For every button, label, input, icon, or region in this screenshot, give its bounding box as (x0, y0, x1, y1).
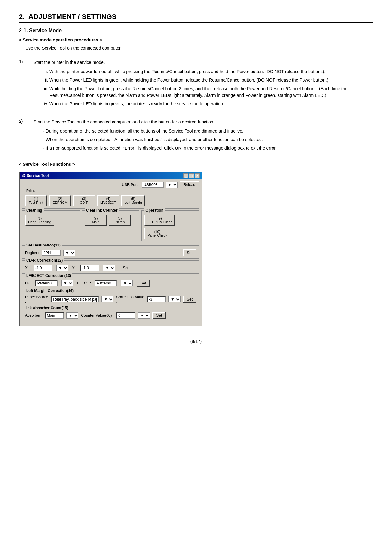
absorber-select[interactable]: ▼ (66, 312, 78, 319)
ink-absorber-group: Ink Absorber Count(15) Absorber : ▼ Coun… (22, 308, 199, 321)
x-input[interactable] (34, 265, 52, 271)
clear-ink-buttons: (7) Main (8) Platen (85, 215, 137, 226)
ink-absorber-row: Absorber : ▼ Counter Value(00) : ▼ Set (25, 312, 196, 319)
usb-port-select[interactable]: ▼ (166, 182, 178, 188)
lf-label: LF : (25, 281, 32, 285)
step-2-bullet-3: If a non-supported function is selected,… (40, 145, 277, 152)
cdr-correction-label: CD-R Correction(12) (25, 258, 64, 263)
set-destination-group: Set Destination(11) Region : ▼ Set (22, 245, 199, 259)
left-margin-print-number: (5) (131, 197, 135, 201)
panel-check-number: (10) (154, 230, 161, 234)
lfeject-correction-row: LF : ▼ EJECT : ▼ Set (25, 280, 196, 287)
cdr-correction-group: CD-R Correction(12) X : ▼ Y : ▼ Set (22, 260, 199, 274)
eeprom-print-button[interactable]: (2) EEPROM (49, 195, 71, 206)
lfeject-print-number: (4) (106, 197, 110, 201)
cleaning-buttons: (6) Deep Cleaning (25, 215, 77, 226)
left-margin-correction-label: Left Margin Correction(14) (25, 289, 75, 293)
step-2-bullet-1: During operation of the selected functio… (40, 128, 277, 134)
minimize-button[interactable]: _ (183, 173, 188, 178)
window-body: USB Port : ▼ Reload Print (1) Test Print… (20, 179, 202, 326)
left-margin-print-button[interactable]: (5) Left Margin (121, 195, 145, 206)
service-mode-procedures-header: < Service mode operation procedures > (19, 37, 373, 42)
panel-check-label: Panel Check (147, 234, 167, 237)
platen-ink-counter-button[interactable]: (8) Platen (109, 215, 131, 226)
test-print-label: Test Print (29, 201, 43, 204)
print-group-label: Print (25, 189, 36, 193)
window-controls[interactable]: _ □ × (183, 173, 200, 178)
main-ink-label: Main (92, 220, 100, 224)
counter-select[interactable]: ▼ (138, 312, 150, 319)
correction-value-select[interactable]: ▼ (168, 296, 181, 302)
eject-select[interactable]: ▼ (121, 280, 133, 286)
page-footer: (8/17) (19, 339, 373, 344)
panel-check-button[interactable]: (10) Panel Check (144, 228, 170, 239)
eeprom-clear-button[interactable]: (9) EEPROM Clear (144, 215, 175, 226)
reload-button[interactable]: Reload (180, 181, 199, 188)
y-input[interactable] (80, 265, 99, 271)
paper-source-label: Paper Source : (25, 295, 49, 304)
eject-input[interactable] (95, 280, 117, 286)
eeprom-print-number: (2) (58, 197, 62, 201)
counter-input[interactable] (116, 312, 135, 319)
operation-group: Operation (9) EEPROM Clear (10) Panel Ch… (141, 210, 199, 241)
window-titlebar: 🖨 Service Tool _ □ × (20, 172, 202, 179)
eject-label: EJECT : (77, 281, 91, 285)
operation-buttons: (9) EEPROM Clear (10) Panel Check (144, 215, 196, 239)
deep-cleaning-button[interactable]: (6) Deep Cleaning (25, 215, 54, 226)
window-title-left: 🖨 Service Tool (21, 173, 49, 178)
lfeject-print-button[interactable]: (4) LF/EJECT (97, 195, 119, 206)
lfeject-correction-group: LF/EJECT Correction(13) LF : ▼ EJECT : ▼… (22, 276, 199, 289)
absorber-input[interactable] (45, 312, 64, 319)
y-select[interactable]: ▼ (103, 265, 115, 271)
cdr-print-label: CD-R (80, 201, 89, 204)
ink-absorber-set-button[interactable]: Set (152, 312, 166, 319)
cdr-set-button[interactable]: Set (119, 265, 132, 271)
left-margin-print-label: Left Margin (125, 201, 142, 204)
clear-ink-counter-label: Clear Ink Counter (85, 208, 119, 213)
cdr-print-button[interactable]: (3) CD-R (73, 195, 95, 206)
set-destination-label: Set Destination(11) (25, 243, 62, 247)
platen-ink-label: Platen (115, 220, 125, 224)
counter-label: Counter Value(00) : (81, 313, 114, 318)
close-button[interactable]: × (195, 173, 200, 178)
test-print-button[interactable]: (1) Test Print (25, 195, 47, 206)
main-ink-counter-button[interactable]: (7) Main (85, 215, 107, 226)
usb-port-label: USB Port : (122, 183, 140, 187)
app-icon: 🖨 (21, 173, 25, 178)
page-number: (8/17) (190, 339, 202, 344)
step-1-sub-i: With the printer power turned off, while… (49, 68, 373, 75)
paper-source-select[interactable]: ▼ (101, 296, 113, 302)
maximize-button[interactable]: □ (189, 173, 194, 178)
lfeject-set-button[interactable]: Set (137, 280, 150, 287)
region-input[interactable] (42, 250, 61, 256)
region-label: Region : (25, 251, 39, 255)
usb-port-input[interactable] (142, 182, 164, 188)
step-2-bullets: During operation of the selected functio… (40, 128, 277, 152)
set-destination-button[interactable]: Set (183, 249, 196, 256)
step-1-substeps: With the printer power turned off, while… (49, 68, 373, 107)
service-mode-intro: Use the Service Tool on the connected co… (25, 45, 373, 52)
lfeject-print-label: LF/EJECT (100, 201, 116, 204)
lf-input[interactable] (35, 280, 58, 286)
eeprom-clear-label: EEPROM Clear (147, 220, 172, 224)
window-title: Service Tool (27, 173, 49, 178)
main-heading: 2. ADJUSTMENT / SETTINGS (19, 13, 373, 23)
region-select[interactable]: ▼ (63, 250, 75, 256)
print-buttons-container: (1) Test Print (2) EEPROM (3) CD-R (4) L… (25, 195, 196, 206)
groups-row: Cleaning (6) Deep Cleaning Clear Ink Cou… (22, 210, 199, 243)
left-margin-set-button[interactable]: Set (183, 296, 196, 303)
x-select[interactable]: ▼ (56, 265, 68, 271)
service-tool-window: 🖨 Service Tool _ □ × USB Port : ▼ Reload… (19, 172, 202, 326)
paper-source-input[interactable] (51, 296, 99, 302)
correction-value-input[interactable] (147, 296, 166, 302)
cleaning-group: Cleaning (6) Deep Cleaning (22, 210, 80, 241)
clear-ink-counter-group: Clear Ink Counter (7) Main (8) Platen (82, 210, 140, 241)
step-2-number: 2) (19, 119, 28, 154)
cleaning-group-label: Cleaning (25, 208, 44, 213)
step-2-bullet-2: When the operation is completed, "A func… (40, 136, 277, 143)
lf-select[interactable]: ▼ (61, 280, 73, 286)
step-1-sub-ii: When the Power LED lights in green, whil… (49, 77, 373, 84)
left-margin-row: Paper Source : ▼ Correction Value : ▼ Se… (25, 295, 196, 304)
set-destination-row: Region : ▼ Set (25, 249, 196, 256)
usb-port-row: USB Port : ▼ Reload (22, 181, 199, 188)
